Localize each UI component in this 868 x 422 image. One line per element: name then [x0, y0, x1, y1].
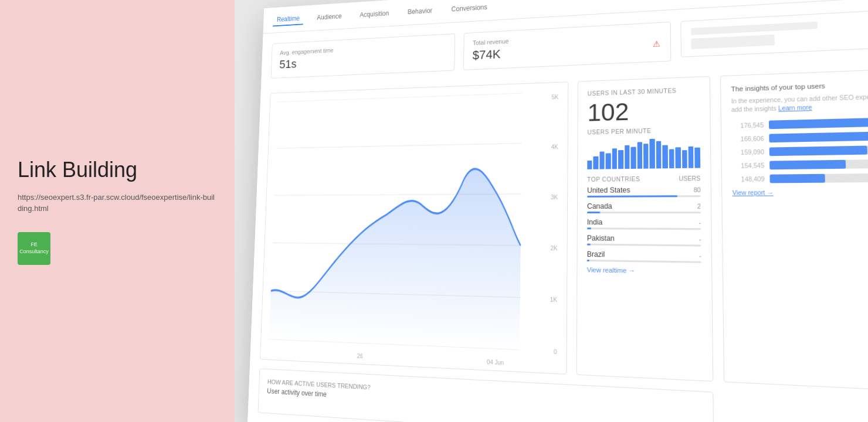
right-panel: Realtime Audience Acquisition Behavior C… [235, 0, 868, 422]
realtime-widget: USERS IN LAST 30 MINUTES 102 USERS PER M… [577, 76, 714, 382]
dashboard-wrapper: Realtime Audience Acquisition Behavior C… [247, 0, 868, 422]
tab-conversions[interactable]: Conversions [447, 1, 491, 15]
horiz-bar-row-3: 154,545 [732, 159, 868, 170]
country-bar-fill-ca [587, 212, 601, 213]
placeholder-card [681, 8, 868, 57]
horiz-bar-row-4: 148,409 [732, 173, 868, 183]
country-row-in: India - [587, 218, 701, 230]
horiz-bar-track-2 [769, 145, 868, 156]
svg-line-1 [276, 143, 521, 148]
realtime-subheader: USERS PER MINUTE [587, 127, 700, 136]
page-title: Link Building [18, 158, 217, 182]
y-label-4k: 4K [551, 144, 558, 150]
country-name-pk: Pakistan [587, 234, 701, 243]
country-row-br: Brazil - [587, 250, 701, 263]
mini-bar [618, 149, 623, 169]
horiz-bar-label-2: 159,090 [732, 148, 764, 155]
mini-bar [669, 149, 674, 168]
horiz-bar-label-3: 154,545 [732, 162, 764, 169]
svg-line-0 [278, 93, 522, 102]
mini-bar-chart [587, 138, 700, 169]
horiz-bar-track-4 [769, 173, 868, 183]
insights-widget: The insights of your top users In the ex… [720, 68, 868, 392]
chart-y-labels: 5K 4K 3K 2K 1K 0 [550, 94, 558, 355]
horiz-bar-label-1: 166,606 [732, 135, 764, 142]
mini-bar [650, 139, 655, 169]
country-bar-ca [587, 212, 701, 213]
countries-header: TOP COUNTRIES USERS [587, 175, 700, 183]
countries-title: TOP COUNTRIES [587, 176, 640, 183]
y-label-1k: 1K [550, 297, 557, 303]
horiz-bar-row-0: 176,545 [731, 117, 868, 130]
country-bar-fill-us [587, 195, 677, 198]
country-bar-fill-br [587, 260, 589, 261]
mini-bar [676, 147, 681, 168]
dashboard-inner: Realtime Audience Acquisition Behavior C… [247, 0, 868, 422]
y-label-2k: 2K [550, 245, 557, 251]
favicon-badge: FE Consultancy [18, 232, 50, 265]
horiz-bar-fill-1 [769, 131, 868, 142]
country-bar-fill-in [587, 227, 592, 229]
horiz-bar-track-1 [769, 131, 868, 142]
country-value-in: - [699, 220, 701, 226]
country-bar-in [587, 227, 701, 230]
horiz-bar-label-4: 148,409 [732, 175, 764, 182]
mini-bar [656, 141, 662, 169]
horiz-bar-fill-0 [769, 117, 868, 129]
learn-more-link[interactable]: Learn more [778, 104, 812, 112]
engagement-card: Avg. engagement time 51s [271, 33, 455, 79]
country-name-in: India [587, 218, 701, 227]
realtime-header: USERS IN LAST 30 MINUTES [588, 87, 700, 97]
tab-acquisition[interactable]: Acquisition [355, 7, 394, 21]
tab-behavior[interactable]: Behavior [404, 4, 437, 18]
y-label-3k: 3K [551, 194, 558, 200]
users-col-label: USERS [679, 175, 701, 182]
country-bar-pk [587, 244, 701, 247]
page-url[interactable]: https://seoexpert.s3.fr-par.scw.cloud/fs… [18, 192, 217, 215]
country-value-pk: - [699, 236, 701, 243]
country-bar-br [587, 260, 701, 263]
country-name-br: Brazil [587, 250, 701, 260]
dashboard-content: Avg. engagement time 51s Total revenue $… [247, 0, 868, 422]
mini-bar [643, 144, 649, 169]
mini-bar [606, 153, 611, 169]
mini-bar [663, 145, 668, 169]
mini-bar [689, 147, 694, 168]
country-row-us: United States 80 [587, 185, 701, 197]
realtime-count: 102 [588, 96, 700, 127]
country-value-br: - [699, 253, 701, 260]
left-panel: Link Building https://seoexpert.s3.fr-pa… [0, 0, 235, 422]
tab-audience[interactable]: Audience [313, 10, 346, 23]
mini-bar [594, 156, 599, 169]
horiz-bar-row-2: 159,090 [732, 145, 868, 156]
horiz-bar-fill-4 [769, 174, 825, 183]
tab-realtime[interactable]: Realtime [273, 12, 304, 26]
y-label-0: 0 [554, 349, 557, 356]
revenue-card: Total revenue $74K ⚠ [463, 22, 671, 70]
country-value-ca: 2 [697, 203, 701, 209]
horiz-bar-label-0: 176,545 [731, 121, 764, 129]
mini-bar [630, 147, 636, 169]
horizontal-bar-chart: 176,545 166,606 159,090 [731, 117, 868, 183]
mini-bar [612, 148, 617, 169]
country-name-ca: Canada [587, 202, 701, 210]
horiz-bar-track-0 [769, 117, 868, 130]
country-bar-us [587, 195, 701, 198]
mini-bar [695, 148, 700, 168]
x-label-jun: 04 Jun [487, 359, 504, 366]
view-realtime-link[interactable]: View realtime → [587, 266, 701, 275]
line-chart-area: 5K 4K 3K 2K 1K 0 [260, 81, 568, 375]
insights-subtitle: In the experience, you can add other SEO… [731, 91, 868, 114]
country-bar-fill-pk [587, 244, 591, 246]
mini-bar [599, 152, 605, 169]
insights-title: The insights of your top users [731, 79, 868, 93]
view-report-link[interactable]: View report → [733, 188, 868, 196]
horiz-bar-track-3 [769, 159, 868, 169]
chart-x-labels: 26 04 Jun [270, 349, 537, 367]
country-row-pk: Pakistan - [587, 234, 701, 246]
horiz-bar-fill-3 [769, 160, 846, 170]
y-label-5k: 5K [551, 94, 558, 100]
horiz-bar-fill-2 [769, 146, 867, 156]
x-label-26: 26 [357, 353, 363, 359]
mini-bar [637, 142, 642, 169]
